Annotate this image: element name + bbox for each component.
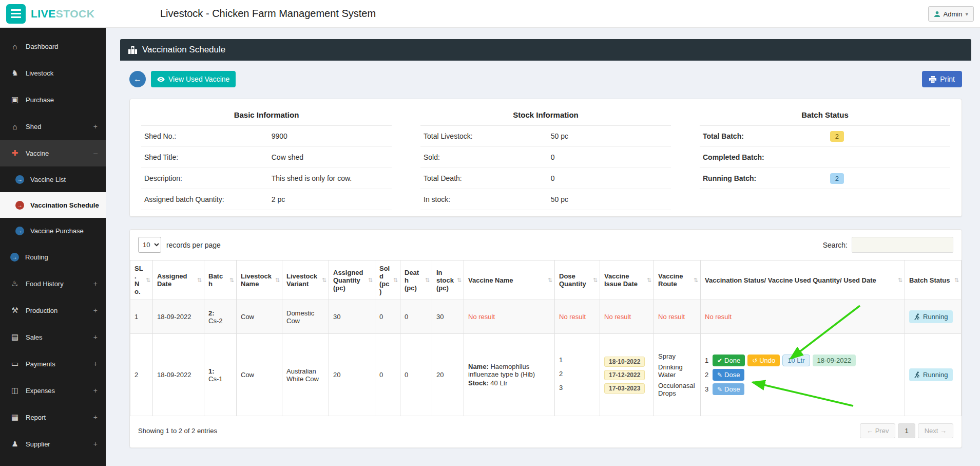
next-page-button[interactable]: Next → [918, 423, 953, 438]
used-date-badge: 18-09-2022 [813, 355, 856, 366]
sidebar-item-report[interactable]: ▦ Report + [0, 404, 106, 431]
section-heading: Stock Information [420, 105, 671, 126]
table-row: 1 18-09-2022 2: Cs-2 Cow Domestic Cow 30… [130, 300, 962, 334]
vaccine-icon: ✚ [10, 148, 20, 158]
cell-assigned-date: 18-09-2022 [153, 300, 204, 334]
sidebar-item-production[interactable]: ⚒ Production + [0, 297, 106, 324]
col-header-assigned-date[interactable]: Assigned Date⇅ [153, 260, 204, 300]
expand-icon: + [93, 413, 98, 421]
search-area: Search: [823, 237, 953, 253]
col-header-death[interactable]: Death (pc)⇅ [400, 260, 432, 300]
view-used-vaccine-button[interactable]: View Used Vaccine [151, 71, 236, 87]
sidebar-item-shed[interactable]: ⌂ Shed + [0, 113, 106, 140]
vaccination-schedule-table: SL. No.⇅ Assigned Date⇅ Batch⇅ Livestock… [130, 260, 962, 416]
sort-icon: ⇅ [146, 277, 150, 284]
printer-icon [929, 76, 936, 83]
page-size-select[interactable]: 10 [138, 237, 161, 253]
col-header-assigned-quantity[interactable]: Assigned Quantity (pc)⇅ [329, 260, 375, 300]
col-header-dose-quantity[interactable]: Dose Quantity⇅ [555, 260, 600, 300]
caret-down-icon: ▾ [965, 11, 968, 17]
table-controls: 10 records per page Search: [130, 230, 962, 260]
cell-livestock-name: Cow [237, 300, 282, 334]
topbar: LIVESTOCK Livestock - Chicken Farm Manag… [0, 0, 980, 28]
sidebar-submenu-vaccine: → Vaccine List → Vaccination Schedule → … [0, 166, 106, 244]
col-header-in-stock[interactable]: In stock (pc)⇅ [432, 260, 464, 300]
basic-information-section: Basic Information Shed No.: 9900 Shed Ti… [141, 105, 392, 210]
col-header-livestock-variant[interactable]: Livestock Variant⇅ [282, 260, 329, 300]
hamburger-menu-icon[interactable] [6, 4, 26, 24]
sidebar-item-vaccination-schedule[interactable]: → Vaccination Schedule [0, 192, 106, 218]
undo-icon: ↺ [752, 357, 757, 364]
sort-icon: ⇅ [647, 277, 651, 284]
sidebar-item-expenses[interactable]: ◫ Expenses + [0, 377, 106, 404]
expand-icon: + [93, 306, 98, 314]
sort-icon: ⇅ [694, 277, 698, 284]
cell-batch: 1: Cs-1 [204, 334, 237, 416]
col-header-batch-status[interactable]: Batch Status⇅ [905, 260, 962, 300]
shed-icon: ⌂ [10, 122, 20, 131]
cell-vaccine-name: Name: Haemophilus influenzae type b (Hib… [464, 334, 555, 416]
sidebar-item-routing[interactable]: → Routing [0, 244, 106, 270]
stock-information-section: Stock Information Total Livestock: 50 pc… [420, 105, 671, 210]
page-title: Livestock - Chicken Farm Management Syst… [160, 8, 376, 20]
col-header-sl-no[interactable]: SL. No.⇅ [130, 260, 153, 300]
back-button[interactable]: ← [129, 71, 146, 87]
col-header-livestock-name[interactable]: Livestock Name⇅ [237, 260, 282, 300]
cell-assigned-quantity: 20 [329, 334, 375, 416]
brand: LIVESTOCK [0, 4, 106, 24]
table-footer: Showing 1 to 2 of 2 entries ← Prev 1 Nex… [130, 416, 962, 448]
circle-arrow-icon: → [10, 253, 19, 262]
expand-icon: + [93, 440, 98, 448]
circle-arrow-icon: → [15, 175, 24, 184]
runner-icon [914, 371, 920, 378]
sidebar-item-payments[interactable]: ▭ Payments + [0, 350, 106, 377]
cell-batch-status: Running [905, 334, 962, 416]
dose-button[interactable]: ✎Dose [713, 383, 744, 395]
dose-button[interactable]: ✎Dose [713, 369, 744, 381]
col-header-batch[interactable]: Batch⇅ [204, 260, 237, 300]
info-row: Shed No.: 9900 [141, 126, 392, 147]
cell-dose-quantity: No result [555, 300, 600, 334]
col-header-vaccine-issue-date[interactable]: Vaccine Issue Date⇅ [600, 260, 654, 300]
sort-icon: ⇅ [593, 277, 598, 284]
sidebar-item-food-history[interactable]: ♨ Food History + [0, 270, 106, 297]
sort-icon: ⇅ [322, 277, 326, 284]
sidebar-item-purchase[interactable]: ▣ Purchase [0, 86, 106, 113]
admin-dropdown[interactable]: Admin ▾ [928, 6, 974, 22]
page-number-button[interactable]: 1 [898, 423, 915, 438]
col-header-vaccine-route[interactable]: Vaccine Route⇅ [654, 260, 701, 300]
sort-icon: ⇅ [197, 277, 202, 284]
search-input[interactable] [852, 237, 953, 253]
col-header-sold[interactable]: Sold (pc)⇅ [375, 260, 400, 300]
sidebar-item-vaccine[interactable]: ✚ Vaccine – [0, 140, 106, 166]
table-card: 10 records per page Search: SL. No.⇅ Ass… [129, 229, 962, 448]
main-content: Vaccination Schedule ← View Used Vaccine… [106, 28, 980, 466]
cell-vaccine-route: Spray Drinking Water Occulonasal Drops [654, 334, 701, 416]
undo-button[interactable]: ↺Undo [747, 355, 780, 366]
cell-batch-status: Running [905, 300, 962, 334]
logo-stock: STOCK [56, 8, 95, 20]
sort-icon: ⇅ [954, 277, 959, 284]
cell-sl-no: 2 [130, 334, 153, 416]
info-row: Shed Title: Cow shed [141, 147, 392, 168]
sidebar-item-livestock[interactable]: ♞ Livestock [0, 60, 106, 86]
cell-livestock-variant: Australian White Cow [282, 334, 329, 416]
print-button[interactable]: Print [922, 71, 962, 87]
panel-title: Vaccination Schedule [142, 45, 225, 55]
sidebar-item-dashboard[interactable]: ⌂ Dashboard [0, 33, 106, 60]
sidebar-item-vaccine-purchase[interactable]: → Vaccine Purchase [0, 218, 106, 244]
circle-arrow-icon: → [15, 201, 24, 210]
sort-icon: ⇅ [393, 277, 398, 284]
sort-icon: ⇅ [457, 277, 462, 284]
sidebar-item-vaccine-list[interactable]: → Vaccine List [0, 166, 106, 192]
col-header-vaccination-status[interactable]: Vaccination Status/ Vaccine Used Quantit… [701, 260, 905, 300]
prev-page-button[interactable]: ← Prev [860, 423, 895, 438]
sidebar-item-supplier[interactable]: ♟ Supplier + [0, 431, 106, 457]
cell-livestock-variant: Domestic Cow [282, 300, 329, 334]
sidebar-item-sales[interactable]: ▤ Sales + [0, 324, 106, 350]
done-button[interactable]: ✔Done [713, 355, 745, 366]
running-batch-badge: 2 [830, 173, 844, 184]
cell-vaccine-name: No result [464, 300, 555, 334]
info-row: Running Batch: 2 [700, 168, 950, 189]
col-header-vaccine-name[interactable]: Vaccine Name⇅ [464, 260, 555, 300]
